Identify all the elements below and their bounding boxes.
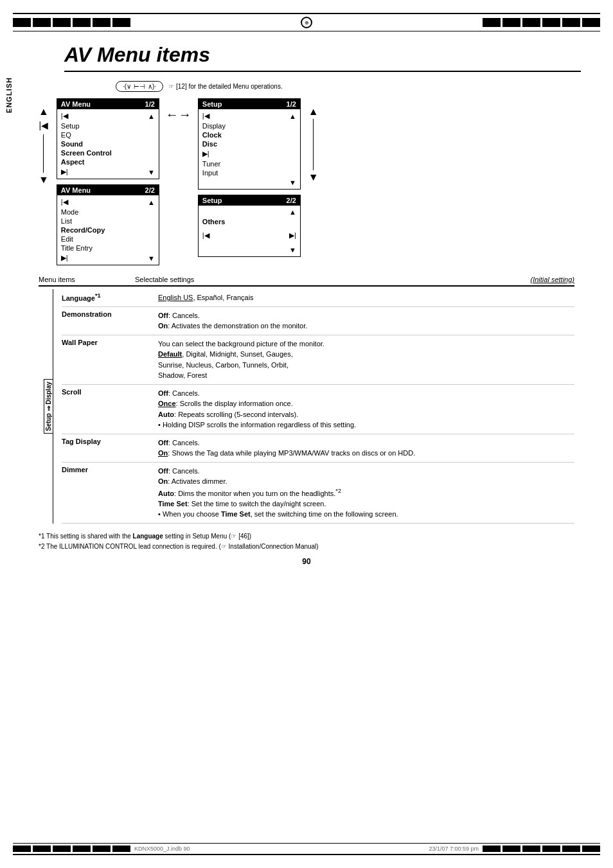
row-content-language: English US, Español, Français (158, 292, 574, 303)
row-label-tag-display: Tag Display (62, 438, 158, 459)
av-menu-2-body: |◀ ▲ Mode List Record/Copy Edit Title En… (57, 195, 159, 265)
av-menu-2-item-title: Title Entry (61, 244, 155, 252)
footnote-1: *1 This setting is shared with the Langu… (39, 531, 574, 542)
arrow-down-right-icon: ▼ (308, 172, 319, 183)
av-menu-2-item-list: List (61, 217, 155, 226)
bracket-label: Setup ⇒ Display (44, 379, 53, 434)
table-row-scroll: Scroll Off: Cancels. Once: Scrolls the d… (62, 385, 574, 434)
footnote-2: *2 The ILLUMINATION CONTROL lead connect… (39, 542, 574, 552)
bottom-bar-right-text: 23/1/07 7:00:59 pm (429, 846, 479, 852)
av-menu-1-item-sound: Sound (61, 139, 155, 148)
av-menu-1-item-eq: EQ (61, 130, 155, 139)
av-menu-1-title: AV Menu (61, 100, 91, 108)
row-label-dimmer: Dimmer (62, 466, 158, 520)
table-header: Menu items Selectable settings (Initial … (39, 276, 574, 287)
setup-menu-2-page: 2/2 (287, 197, 296, 204)
bottom-bar-left-blocks (13, 846, 130, 852)
row-label-language: Language*1 (62, 292, 158, 303)
table-with-side-bracket: Setup ⇒ Display Language*1 English US, E… (39, 289, 574, 524)
av-menu-2-block: AV Menu 2/2 |◀ ▲ Mode List Record/Copy E… (57, 184, 159, 265)
setup-menu-1-nav-bottom: ▼ (202, 177, 296, 188)
side-bracket: Setup ⇒ Display (39, 289, 58, 524)
setup-menu-2-title: Setup (202, 197, 222, 204)
top-bar-center: ⊕ (130, 17, 483, 28)
setup-menu-2-body: ▲ Others |◀ ▶| ▼ (199, 206, 300, 256)
av-menu-1-item-setup: Setup (61, 121, 155, 130)
bar-block (582, 846, 600, 852)
top-decorative-bar: ⊕ (13, 13, 600, 31)
bar-block (542, 846, 560, 852)
setup-menu-1-nav-mid: ▶| (202, 148, 296, 159)
av-menu-1-header: AV Menu 1/2 (57, 99, 159, 109)
bottom-bar-left-text: KDNX5000_J.indb 90 (134, 846, 190, 852)
av-menu-2-nav-bottom: ▶| ▼ (61, 252, 155, 263)
av-menu-2-item-record: Record/Copy (61, 226, 155, 235)
bar-block (33, 846, 51, 852)
setup-menu-1-header: Setup 1/2 (199, 99, 300, 109)
setup-item-tuner: Tuner (202, 159, 296, 168)
next-btn-s2: ▶| (289, 231, 296, 240)
circle-icon: ⊕ (301, 17, 312, 28)
av-menu-1-item-aspect: Aspect (61, 157, 155, 166)
scroll-down-arrow-s1: ▼ (289, 179, 296, 186)
prev-btn-s1: |◀ (202, 112, 209, 120)
right-nav-arrows: ▲ ▼ (308, 98, 319, 183)
table-rows-container: Language*1 English US, Español, Français… (62, 289, 574, 524)
col-menu-header: Menu items (39, 276, 135, 283)
bar-block (13, 18, 31, 27)
bar-block (483, 846, 501, 852)
bottom-decorative-bar: KDNX5000_J.indb 90 23/1/07 7:00:59 pm (13, 843, 600, 855)
scroll-down-arrow-s2: ▼ (289, 246, 296, 254)
setup-menu-2-block: Setup 2/2 ▲ Others |◀ ▶| (198, 195, 301, 257)
next-btn-s1: ▶| (202, 150, 209, 158)
bar-block (73, 846, 91, 852)
row-label-wallpaper: Wall Paper (62, 339, 158, 381)
col-settings-header: Selectable settings (135, 276, 531, 283)
page-number: 90 (13, 557, 600, 566)
bar-block (112, 846, 130, 852)
prev-btn: |◀ (61, 112, 68, 120)
setup-menu-1-title: Setup (202, 100, 222, 108)
bar-block (522, 846, 540, 852)
arrow-right-icon: ←→ (166, 107, 191, 122)
bracket-bottom-line (53, 434, 53, 524)
table-row-language: Language*1 English US, Español, Français (62, 289, 574, 307)
scroll-down-arrow: ▼ (148, 168, 155, 176)
prev-btn-s2: |◀ (202, 231, 209, 240)
av-menu-1-page: 1/2 (145, 100, 155, 108)
av-menu-column: AV Menu 1/2 |◀ ▲ Setup EQ Sound Screen C… (57, 98, 159, 265)
av-menu-1-body: |◀ ▲ Setup EQ Sound Screen Control Aspec… (57, 109, 159, 179)
scroll-up-arrow: ▲ (148, 112, 155, 120)
av-menu-2-page: 2/2 (145, 186, 155, 194)
bar-block (53, 846, 71, 852)
connector-arrow: ←→ (166, 98, 191, 122)
diagrams-area: ▲ |◀ ▼ AV Menu 1/2 |◀ ▲ Setup (39, 98, 574, 265)
arrow-down-icon: ▼ (39, 174, 49, 186)
prev-btn-2: |◀ (61, 198, 68, 206)
setup-item-input: Input (202, 168, 296, 177)
top-bar-right-blocks (483, 18, 600, 27)
av-menu-1-block: AV Menu 1/2 |◀ ▲ Setup EQ Sound Screen C… (57, 98, 159, 179)
row-content-wallpaper: You can select the background picture of… (158, 339, 574, 381)
menu-instruction: ☞ [12] for the detailed Menu operations. (168, 83, 282, 90)
bar-block (33, 18, 51, 27)
side-english-label: ENGLISH (5, 77, 13, 113)
setup-item-others: Others (202, 217, 296, 226)
scroll-up-arrow-s2: ▲ (289, 208, 296, 216)
table-row-demonstration: Demonstration Off: Cancels. On: Activate… (62, 307, 574, 335)
row-content-dimmer: Off: Cancels. On: Activates dimmer. Auto… (158, 466, 574, 520)
row-label-scroll: Scroll (62, 388, 158, 430)
av-menu-2-nav-top: |◀ ▲ (61, 197, 155, 208)
setup-menu-column: Setup 1/2 |◀ ▲ Display Clock Disc ▶| Tun… (198, 98, 301, 257)
av-menu-1-nav-top: |◀ ▲ (61, 111, 155, 121)
footnotes: *1 This setting is shared with the Langu… (39, 531, 574, 552)
bar-block (502, 18, 520, 27)
bar-block (582, 18, 600, 27)
top-bar-left-blocks (13, 18, 130, 27)
av-menu-2-header: AV Menu 2/2 (57, 185, 159, 195)
controller-icon: ·( ∨⊢⊣∧ )· (116, 81, 163, 92)
setup-menu-1-block: Setup 1/2 |◀ ▲ Display Clock Disc ▶| Tun… (198, 98, 301, 190)
bottom-bar-right-blocks (483, 846, 600, 852)
av-menu-1-item-screen-control: Screen Control (61, 148, 155, 157)
vertical-line-right (313, 119, 314, 170)
